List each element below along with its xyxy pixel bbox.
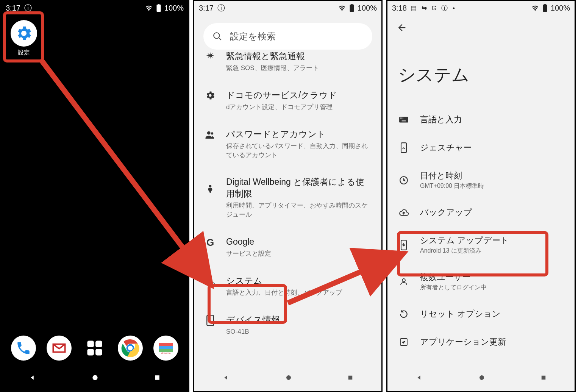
settings-item-emergency[interactable]: 緊急情報と緊急通報 緊急 SOS、医療情報、アラート — [194, 50, 381, 81]
settings-item-wellbeing[interactable]: Digital Wellbeing と保護者による使用制限 利用時間、アプリタイ… — [194, 168, 381, 228]
svg-rect-45 — [542, 376, 546, 380]
item-title: 言語と入力 — [420, 114, 462, 125]
svg-rect-38 — [402, 120, 406, 121]
svg-rect-14 — [159, 349, 173, 352]
app-phone[interactable] — [11, 336, 36, 361]
app-drawer[interactable] — [82, 336, 107, 361]
person-icon — [398, 277, 409, 286]
system-item-datetime[interactable]: 日付と時刻 GMT+09:00 日本標準時 — [387, 162, 575, 198]
app-chrome[interactable] — [118, 336, 143, 361]
item-sub: 言語と入力、日付と時刻、バックアップ — [226, 288, 342, 297]
svg-point-30 — [286, 375, 291, 380]
svg-point-28 — [210, 318, 211, 319]
wifi-icon — [531, 5, 539, 11]
item-title: システム アップデート — [420, 235, 509, 246]
clock: 3:17 — [6, 4, 20, 12]
system-item-reset[interactable]: リセット オプション — [387, 300, 575, 328]
item-sub: 保存されているパスワード、自動入力、同期されているアカウント — [226, 142, 372, 160]
nav-bar — [194, 364, 381, 391]
nav-recent[interactable] — [153, 374, 161, 381]
svg-rect-6 — [95, 349, 102, 355]
svg-point-44 — [479, 375, 484, 380]
nav-home[interactable] — [478, 374, 485, 381]
item-sub: GMT+09:00 日本標準時 — [420, 182, 484, 190]
item-title: アプリケーション更新 — [420, 336, 506, 348]
wellbeing-icon — [203, 176, 217, 219]
battery-pct: 100% — [164, 4, 184, 12]
status-icons: ▤ ⇆ G ⓘ • — [411, 4, 456, 12]
svg-point-20 — [214, 33, 219, 38]
nav-recent[interactable] — [347, 374, 354, 381]
item-title: 複数ユーザー — [420, 272, 487, 283]
svg-rect-12 — [159, 343, 173, 346]
nav-back[interactable] — [28, 373, 37, 382]
battery-icon — [542, 4, 548, 12]
item-sub: サービスと設定 — [226, 249, 271, 258]
nav-recent[interactable] — [540, 374, 547, 381]
system-item-update[interactable]: システム アップデート Android 13 に更新済み — [387, 226, 575, 263]
gesture-icon — [398, 142, 409, 153]
nav-home[interactable] — [91, 374, 99, 381]
google-icon: G — [203, 236, 217, 258]
svg-rect-35 — [400, 118, 401, 119]
nav-bar — [1, 364, 188, 391]
phone-info-icon — [203, 314, 217, 336]
nav-bar — [387, 364, 575, 391]
svg-text:docomo: docomo — [161, 352, 171, 355]
item-sub: 所有者としてログイン中 — [420, 284, 487, 292]
battery-pct: 100% — [551, 4, 570, 12]
item-title: パスワードとアカウント — [226, 128, 372, 140]
system-item-app-update[interactable]: アプリケーション更新 — [387, 328, 575, 356]
keyboard-icon — [398, 116, 409, 123]
dock: docomo — [1, 336, 188, 361]
settings-item-system[interactable]: システム 言語と入力、日付と時刻、バックアップ — [194, 267, 381, 306]
nav-back[interactable] — [415, 373, 423, 382]
item-title: ドコモのサービス/クラウド — [226, 89, 337, 101]
search-placeholder: 設定を検索 — [230, 30, 276, 42]
app-docomo[interactable]: docomo — [153, 336, 178, 361]
people-icon — [203, 128, 217, 160]
battery-icon — [156, 4, 161, 12]
clock: 3:18 — [392, 4, 407, 12]
settings-item-docomo[interactable]: ドコモのサービス/クラウド dアカウント設定、ドコモアプリ管理 — [194, 81, 381, 120]
gears-icon — [203, 275, 217, 297]
settings-item-google[interactable]: G Google サービスと設定 — [194, 228, 381, 267]
item-sub: dアカウント設定、ドコモアプリ管理 — [226, 103, 337, 112]
info-icon: ⓘ — [24, 3, 32, 13]
svg-point-25 — [209, 192, 211, 193]
info-icon: ⓘ — [217, 3, 225, 13]
item-title: Google — [226, 236, 271, 248]
item-title: ジェスチャー — [420, 142, 472, 153]
app-mail[interactable] — [47, 336, 72, 361]
svg-rect-3 — [87, 341, 94, 347]
back-button[interactable] — [387, 15, 575, 33]
system-item-language[interactable]: 言語と入力 — [387, 106, 575, 134]
settings-item-device-info[interactable]: デバイス情報 SO-41B — [194, 306, 381, 345]
app-settings[interactable]: 設定 — [6, 16, 42, 61]
gear-icon — [11, 20, 37, 47]
clock-icon — [398, 175, 409, 185]
system-item-backup[interactable]: バックアップ — [387, 198, 575, 226]
reset-icon — [398, 309, 409, 319]
item-title: バックアップ — [420, 207, 472, 218]
svg-point-10 — [128, 346, 133, 351]
svg-rect-0 — [156, 5, 161, 12]
settings-item-accounts[interactable]: パスワードとアカウント 保存されているパスワード、自動入力、同期されているアカウ… — [194, 120, 381, 168]
svg-rect-4 — [95, 341, 102, 347]
item-title: Digital Wellbeing と保護者による使用制限 — [226, 176, 372, 200]
search-icon — [212, 31, 222, 41]
nav-home[interactable] — [285, 374, 292, 381]
item-sub: SO-41B — [226, 327, 280, 336]
svg-rect-17 — [155, 375, 159, 380]
item-sub: 利用時間、アプリタイマー、おやすみ時間のスケジュール — [226, 201, 372, 219]
svg-rect-33 — [544, 4, 546, 5]
system-item-gestures[interactable]: ジェスチャー — [387, 134, 575, 162]
status-bar: 3:17 ⓘ 100% — [194, 1, 381, 15]
item-sub: 緊急 SOS、医療情報、アラート — [226, 64, 319, 73]
nav-back[interactable] — [222, 373, 230, 382]
svg-rect-37 — [403, 118, 403, 119]
search-settings[interactable]: 設定を検索 — [203, 23, 372, 50]
svg-point-24 — [209, 185, 212, 188]
item-title: デバイス情報 — [226, 314, 280, 326]
system-item-multiuser[interactable]: 複数ユーザー 所有者としてログイン中 — [387, 263, 575, 300]
